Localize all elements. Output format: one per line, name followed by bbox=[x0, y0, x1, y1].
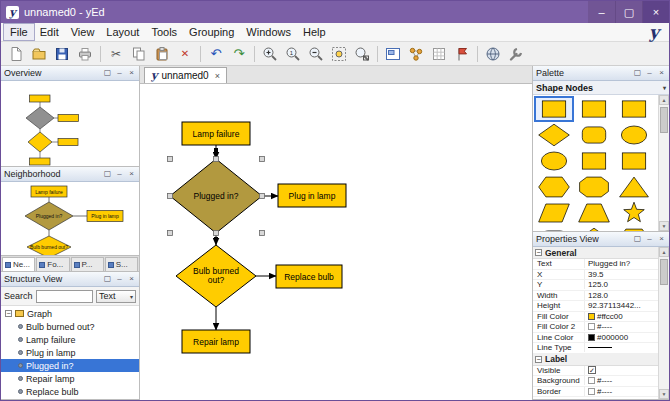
float-icon[interactable]: ▢ bbox=[633, 235, 642, 243]
toolbar-grid-button[interactable] bbox=[428, 43, 450, 64]
property-row-border[interactable]: Border#---- bbox=[533, 387, 658, 398]
filter-dropdown[interactable]: Text ▾ bbox=[96, 290, 136, 303]
selection-handle[interactable] bbox=[214, 231, 219, 236]
close-icon[interactable]: × bbox=[657, 235, 666, 243]
tree-item-lamp-failure[interactable]: Lamp failure bbox=[1, 333, 139, 346]
checkbox[interactable]: ✓ bbox=[588, 366, 596, 374]
float-icon[interactable]: ▢ bbox=[103, 69, 112, 77]
titlebar[interactable]: y unnamed0 - yEd – ▢ × bbox=[1, 1, 669, 23]
property-row-y[interactable]: Y125.0 bbox=[533, 280, 658, 291]
float-icon[interactable]: ▢ bbox=[633, 69, 642, 77]
graph-canvas[interactable]: Lamp failurePlugged in?Plug in lampBulb … bbox=[140, 84, 532, 400]
selection-handle[interactable] bbox=[168, 194, 173, 199]
property-row-fill-color-2[interactable]: Fill Color 2#---- bbox=[533, 322, 658, 333]
palette-shape-rectangle[interactable] bbox=[614, 148, 654, 174]
float-icon[interactable]: ▢ bbox=[103, 275, 112, 283]
maximize-button[interactable]: ▢ bbox=[615, 1, 642, 23]
palette-shape-rectangle[interactable] bbox=[614, 96, 654, 122]
toolbar-zoom-actual-button[interactable]: 1 bbox=[282, 43, 304, 64]
scroll-thumb[interactable] bbox=[660, 107, 668, 133]
property-row-height[interactable]: Height92.37113442... bbox=[533, 301, 658, 312]
dock-tab-0[interactable]: Ne... bbox=[2, 257, 35, 271]
tree-item-repair-lamp[interactable]: Repair lamp bbox=[1, 372, 139, 385]
tree-item-plug-in-lamp[interactable]: Plug in lamp bbox=[1, 346, 139, 359]
node-plugged-in[interactable]: Plugged in? bbox=[170, 159, 262, 233]
selection-handle[interactable] bbox=[214, 157, 219, 162]
close-icon[interactable]: × bbox=[657, 69, 666, 77]
toolbar-save-button[interactable] bbox=[51, 43, 73, 64]
edge-handle[interactable] bbox=[214, 148, 218, 152]
node-plug-in-lamp[interactable]: Plug in lamp bbox=[278, 184, 346, 207]
close-icon[interactable]: × bbox=[127, 69, 136, 77]
selection-handle[interactable] bbox=[260, 194, 265, 199]
collapse-icon[interactable]: − bbox=[535, 356, 542, 363]
neighborhood-panel-header[interactable]: Neighborhood ▢ – × bbox=[1, 167, 139, 182]
menu-item-tools[interactable]: Tools bbox=[145, 24, 183, 40]
tab-close-icon[interactable]: × bbox=[215, 71, 220, 81]
tree-root-graph[interactable]: −Graph bbox=[1, 307, 139, 320]
toolbar-zoom-selection-button[interactable] bbox=[351, 43, 373, 64]
properties-section-general[interactable]: −General bbox=[533, 247, 658, 259]
palette-shape-star[interactable] bbox=[614, 200, 654, 226]
collapse-icon[interactable]: − bbox=[5, 310, 12, 317]
tab-unnamed0[interactable]: y unnamed0 × bbox=[144, 67, 227, 83]
neighborhood-view[interactable]: Lamp failure Plugged in? Plug in lamp Bu… bbox=[1, 182, 139, 256]
palette-shape-diamond[interactable] bbox=[534, 122, 574, 148]
menu-item-view[interactable]: View bbox=[65, 24, 101, 40]
palette-shape-trapezoid[interactable] bbox=[574, 200, 614, 226]
palette-shape-parallelogram[interactable] bbox=[534, 200, 574, 226]
property-row-text[interactable]: TextPlugged in? bbox=[533, 259, 658, 270]
menu-item-grouping[interactable]: Grouping bbox=[183, 24, 240, 40]
overview-thumbnail[interactable] bbox=[1, 81, 139, 167]
selection-handle[interactable] bbox=[260, 231, 265, 236]
property-row-width[interactable]: Width128.0 bbox=[533, 291, 658, 302]
toolbar-settings-button[interactable] bbox=[505, 43, 527, 64]
properties-panel-header[interactable]: Properties View ▢ – × bbox=[533, 232, 669, 247]
palette-panel-header[interactable]: Palette ▢ – × bbox=[533, 66, 669, 81]
selection-handle[interactable] bbox=[168, 231, 173, 236]
toolbar-fit-content-button[interactable] bbox=[328, 43, 350, 64]
toolbar-undo-button[interactable]: ↶ bbox=[205, 43, 227, 64]
toolbar-globe-button[interactable] bbox=[482, 43, 504, 64]
palette-shape-diamond[interactable] bbox=[574, 226, 614, 231]
tree-item-plugged-in[interactable]: Plugged in? bbox=[1, 359, 139, 372]
palette-shape-rectangle[interactable] bbox=[574, 96, 614, 122]
toolbar-cut-button[interactable]: ✂ bbox=[105, 43, 127, 64]
search-input[interactable] bbox=[36, 290, 93, 303]
menu-item-help[interactable]: Help bbox=[297, 24, 332, 40]
palette-shape-ellipse[interactable] bbox=[534, 148, 574, 174]
dock-tab-1[interactable]: Fo... bbox=[36, 257, 69, 271]
selection-handle[interactable] bbox=[168, 157, 173, 162]
palette-shape-ellipse[interactable] bbox=[614, 122, 654, 148]
dock-tab-2[interactable]: P... bbox=[71, 257, 104, 271]
minimize-icon[interactable]: – bbox=[115, 170, 124, 178]
close-button[interactable]: × bbox=[642, 1, 669, 23]
toolbar-snap-lines-button[interactable] bbox=[451, 43, 473, 64]
scroll-thumb[interactable] bbox=[660, 259, 668, 285]
toolbar-new-document-button[interactable] bbox=[5, 43, 27, 64]
scroll-up-icon[interactable]: ▲ bbox=[659, 95, 669, 105]
structure-panel-header[interactable]: Structure View ▢ – × bbox=[1, 272, 139, 287]
float-icon[interactable]: ▢ bbox=[103, 170, 112, 178]
node-bulb-burned-out[interactable]: Bulb burnedout? bbox=[176, 245, 256, 307]
toolbar-layout-run-button[interactable] bbox=[405, 43, 427, 64]
menu-item-layout[interactable]: Layout bbox=[100, 24, 145, 40]
minimize-icon[interactable]: – bbox=[645, 69, 654, 77]
minimize-icon[interactable]: – bbox=[645, 235, 654, 243]
toolbar-open-button[interactable] bbox=[28, 43, 50, 64]
toolbar-redo-button[interactable]: ↷ bbox=[228, 43, 250, 64]
palette-shape-round-rectangle[interactable] bbox=[574, 122, 614, 148]
palette-section-header[interactable]: Shape Nodes ▾ bbox=[533, 81, 669, 95]
property-row-fill-color[interactable]: Fill Color#ffcc00 bbox=[533, 312, 658, 323]
tree-item-bulb-burned-out[interactable]: Bulb burned out? bbox=[1, 320, 139, 333]
property-row-background[interactable]: Background#---- bbox=[533, 376, 658, 387]
properties-section-label[interactable]: −Label bbox=[533, 354, 658, 366]
node-repair-lamp[interactable]: Repair lamp bbox=[182, 330, 250, 353]
toolbar-paste-button[interactable] bbox=[151, 43, 173, 64]
menu-item-file[interactable]: File bbox=[4, 24, 34, 40]
edge-handle[interactable] bbox=[214, 237, 218, 241]
palette-shape-round-rectangle[interactable] bbox=[534, 226, 574, 231]
toolbar-overview-mode-button[interactable] bbox=[382, 43, 404, 64]
toolbar-delete-button[interactable]: ✕ bbox=[174, 43, 196, 64]
properties-scrollbar[interactable]: ▲ ▼ bbox=[658, 247, 669, 399]
